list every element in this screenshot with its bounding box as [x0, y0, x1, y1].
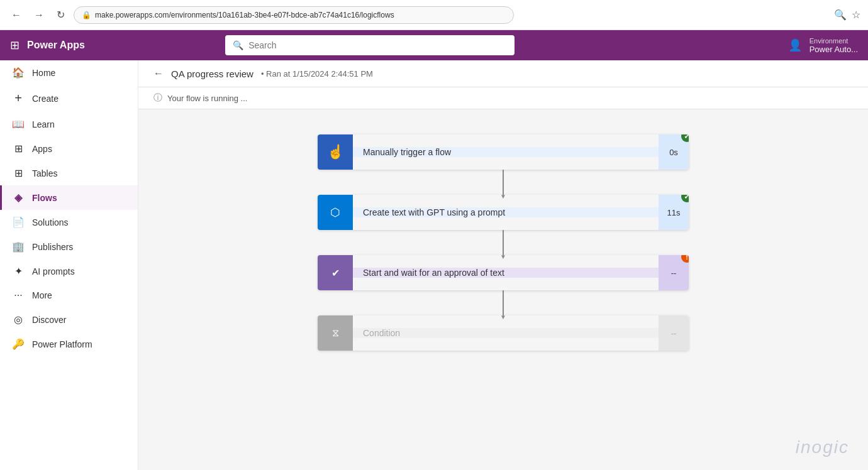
page-back-button[interactable]: ←: [153, 68, 164, 79]
flow-step-4[interactable]: ⧖ Condition --: [318, 315, 689, 351]
sidebar-label-home: Home: [32, 68, 55, 78]
flow-step-wrapper-1: ☝ Manually trigger a flow 0s ✓: [318, 134, 689, 195]
appbar-title: Power Apps: [27, 40, 85, 51]
sidebar-item-home[interactable]: 🏠 Home: [0, 60, 138, 85]
apps-icon: ⊞: [12, 143, 25, 155]
flow-step-wrapper-2: ⬡ Create text with GPT using a prompt 11…: [318, 195, 689, 255]
sidebar-label-discover: Discover: [32, 315, 66, 325]
appbar: ⊞ Power Apps 🔍 👤 Environment Power Auto.…: [0, 30, 868, 60]
sidebar-label-publishers: Publishers: [32, 242, 73, 252]
sidebar-item-apps[interactable]: ⊞ Apps: [0, 136, 138, 161]
search-input[interactable]: [248, 40, 507, 50]
ai-prompts-icon: ✦: [12, 265, 25, 277]
flow-step-3[interactable]: ✔ Start and wait for an approval of text…: [318, 255, 689, 290]
sidebar-label-flows: Flows: [32, 193, 57, 203]
sidebar-label-ai-prompts: AI prompts: [32, 266, 75, 276]
address-bar[interactable]: 🔒 make.powerapps.com/environments/10a161…: [74, 6, 514, 24]
step1-label: Manually trigger a flow: [353, 147, 659, 157]
status-info-icon: ⓘ: [153, 92, 162, 104]
home-icon: 🏠: [12, 67, 25, 79]
forward-button[interactable]: →: [30, 7, 48, 23]
browser-topbar: ← → ↻ 🔒 make.powerapps.com/environments/…: [0, 0, 868, 30]
search-bar[interactable]: 🔍: [225, 35, 515, 55]
main-layout: 🏠 Home + Create 📖 Learn ⊞ Apps ⊞ Tables …: [0, 60, 868, 470]
more-icon: ···: [12, 290, 25, 301]
flow-step-wrapper-3: ✔ Start and wait for an approval of text…: [318, 255, 689, 315]
bookmark-icon[interactable]: ☆: [852, 9, 860, 21]
flow-connector-2: [503, 230, 504, 255]
appbar-menu-icon[interactable]: ⊞: [10, 38, 19, 52]
sidebar-label-tables: Tables: [32, 168, 57, 178]
flow-connector-3: [503, 290, 504, 315]
flow-step-wrapper-4: ⧖ Condition --: [318, 315, 689, 351]
sidebar-item-discover[interactable]: ◎ Discover: [0, 307, 138, 332]
step2-label: Create text with GPT using a prompt: [353, 207, 659, 217]
sidebar-item-publishers[interactable]: 🏢 Publishers: [0, 234, 138, 259]
sidebar-label-power-platform: Power Platform: [32, 339, 92, 349]
sidebar-label-apps: Apps: [32, 144, 52, 154]
page-title: QA progress review: [171, 68, 253, 79]
publishers-icon: 🏢: [12, 241, 25, 253]
sidebar-label-create: Create: [32, 94, 58, 104]
discover-icon: ◎: [12, 314, 25, 325]
sidebar-item-ai-prompts[interactable]: ✦ AI prompts: [0, 259, 138, 283]
status-text: Your flow is running ...: [167, 94, 247, 103]
sidebar-item-power-platform[interactable]: 🔑 Power Platform: [0, 332, 138, 356]
environment-info: Environment Power Auto...: [810, 37, 858, 54]
step4-label: Condition: [353, 328, 659, 338]
sidebar-label-learn: Learn: [32, 119, 55, 129]
step4-icon: ⧖: [318, 315, 353, 351]
sidebar-item-learn[interactable]: 📖 Learn: [0, 112, 138, 136]
page-header: ← QA progress review • Ran at 1/15/2024 …: [138, 60, 868, 87]
sidebar-label-more: More: [32, 290, 52, 300]
sidebar: 🏠 Home + Create 📖 Learn ⊞ Apps ⊞ Tables …: [0, 60, 138, 470]
solutions-icon: 📄: [12, 216, 25, 228]
flow-step-1[interactable]: ☝ Manually trigger a flow 0s ✓: [318, 134, 689, 170]
sidebar-item-tables[interactable]: ⊞ Tables: [0, 161, 138, 185]
sidebar-label-solutions: Solutions: [32, 217, 69, 227]
topbar-actions: 🔍 ☆: [834, 9, 860, 21]
flow-connector-1: [503, 170, 504, 195]
environment-name: Power Auto...: [810, 45, 858, 54]
status-bar: ⓘ Your flow is running ...: [138, 87, 868, 109]
learn-icon: 📖: [12, 118, 25, 130]
sidebar-item-flows[interactable]: ◈ Flows: [0, 185, 138, 210]
tables-icon: ⊞: [12, 167, 25, 179]
step4-duration: --: [659, 315, 689, 351]
step3-icon: ✔: [318, 255, 353, 290]
flow-step-2[interactable]: ⬡ Create text with GPT using a prompt 11…: [318, 195, 689, 230]
content-area: ← QA progress review • Ran at 1/15/2024 …: [138, 60, 868, 470]
watermark: inogic: [796, 437, 849, 457]
sidebar-item-solutions[interactable]: 📄 Solutions: [0, 210, 138, 234]
search-icon: 🔍: [233, 40, 243, 50]
back-button[interactable]: ←: [8, 7, 25, 23]
page-subtitle: • Ran at 1/15/2024 2:44:51 PM: [261, 69, 373, 79]
flow-canvas: ☝ Manually trigger a flow 0s ✓ ⬡ Create …: [138, 109, 868, 470]
sidebar-item-more[interactable]: ··· More: [0, 283, 138, 307]
appbar-right: 👤 Environment Power Auto...: [788, 37, 858, 54]
refresh-button[interactable]: ↻: [53, 6, 69, 23]
url-text: make.powerapps.com/environments/10a161ab…: [95, 11, 394, 19]
create-icon: +: [12, 91, 25, 106]
search-icon[interactable]: 🔍: [834, 9, 847, 21]
sidebar-item-create[interactable]: + Create: [0, 85, 138, 112]
step3-label: Start and wait for an approval of text: [353, 268, 659, 278]
step1-icon: ☝: [318, 134, 353, 170]
power-platform-icon: 🔑: [12, 338, 25, 350]
environment-label: Environment: [810, 37, 858, 45]
flows-icon: ◈: [12, 192, 25, 204]
user-icon[interactable]: 👤: [788, 38, 802, 52]
step2-icon: ⬡: [318, 195, 353, 230]
